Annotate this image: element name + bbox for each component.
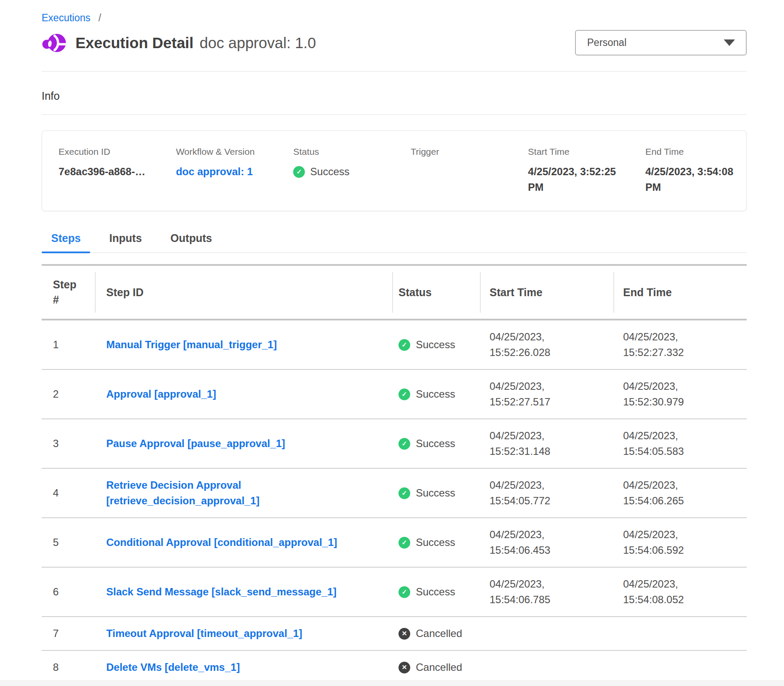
- step-id-link[interactable]: Timeout Approval [timeout_approval_1]: [106, 626, 302, 641]
- step-end-time-cell: [614, 625, 747, 642]
- chevron-down-icon: [724, 39, 735, 46]
- step-end-time-cell: 04/25/2023, 15:54:05.583: [614, 419, 747, 468]
- status-label: Cancelled: [416, 661, 462, 673]
- column-header-start-time: Start Time: [480, 266, 614, 319]
- info-heading: Info: [42, 90, 747, 102]
- status-label: Success: [416, 586, 455, 598]
- step-status-cell: ✓ Success: [392, 528, 480, 557]
- end-time-value: 4/25/2023, 3:54:08 PM: [645, 164, 746, 195]
- title-group: Execution Detail doc approval: 1.0: [42, 33, 316, 53]
- info-field-execution-id: Execution ID 7e8ac396-a868-…: [42, 147, 160, 195]
- step-end-time-cell: [614, 659, 747, 676]
- table-row: 4 Retrieve Decision Approval [retrieve_d…: [42, 469, 747, 518]
- workspace-dropdown[interactable]: Personal: [575, 30, 747, 56]
- steps-table-header: Step # Step ID Status Start Time End Tim…: [42, 264, 747, 320]
- step-id-cell: Delete VMs [delete_vms_1]: [95, 651, 392, 684]
- step-number-cell: 7: [42, 619, 95, 648]
- step-id-cell: Manual Trigger [manual_trigger_1]: [95, 328, 392, 361]
- info-label: End Time: [645, 147, 746, 157]
- step-status-cell: ✓ Success: [392, 478, 480, 508]
- success-icon: ✓: [399, 487, 410, 499]
- step-number-cell: 8: [42, 653, 95, 682]
- step-end-time-cell: 04/25/2023, 15:52:27.332: [614, 320, 747, 369]
- workspace-dropdown-value: Personal: [587, 37, 627, 49]
- title-row: Execution Detail doc approval: 1.0 Perso…: [42, 30, 747, 56]
- cancelled-icon: ✕: [399, 662, 410, 673]
- step-status-cell: ✕ Cancelled: [392, 653, 480, 682]
- workflow-brand-icon: [42, 33, 67, 53]
- step-start-time-cell: [480, 625, 614, 642]
- steps-table-body: 1 Manual Trigger [manual_trigger_1] ✓ Su…: [42, 320, 747, 685]
- success-icon: ✓: [293, 166, 305, 178]
- info-label: Workflow & Version: [176, 147, 277, 157]
- step-status-cell: ✓ Success: [392, 429, 480, 458]
- success-icon: ✓: [399, 537, 410, 549]
- tab-outputs[interactable]: Outputs: [161, 232, 222, 252]
- tab-steps[interactable]: Steps: [42, 232, 90, 252]
- status-label: Success: [416, 438, 455, 450]
- info-label: Status: [293, 147, 394, 157]
- step-id-cell: Pause Approval [pause_approval_1]: [95, 427, 392, 460]
- info-field-workflow-version: Workflow & Version doc approval: 1: [160, 147, 277, 195]
- step-id-link[interactable]: Approval [approval_1]: [106, 386, 216, 402]
- table-row: 3 Pause Approval [pause_approval_1] ✓ Su…: [42, 419, 747, 469]
- breadcrumb-executions-link[interactable]: Executions: [42, 12, 91, 23]
- step-number-cell: 4: [42, 478, 95, 508]
- step-id-link[interactable]: Pause Approval [pause_approval_1]: [106, 436, 285, 451]
- step-start-time-cell: [480, 659, 614, 676]
- execution-detail-page: Executions / Execution Detail doc approv…: [0, 0, 784, 686]
- column-header-step-id: Step ID: [95, 266, 392, 319]
- step-start-time-cell: 04/25/2023, 15:52:26.028: [480, 320, 614, 369]
- step-id-cell: Timeout Approval [timeout_approval_1]: [95, 617, 392, 650]
- table-row: 6 Slack Send Message [slack_send_message…: [42, 568, 747, 617]
- page-title: Execution Detail: [75, 34, 193, 52]
- status-label: Success: [416, 388, 455, 400]
- status-label: Success: [416, 487, 455, 499]
- step-status-cell: ✓ Success: [392, 379, 480, 409]
- steps-table: Step # Step ID Status Start Time End Tim…: [42, 264, 747, 685]
- success-icon: ✓: [399, 586, 410, 598]
- status-label: Cancelled: [416, 627, 462, 640]
- cancelled-icon: ✕: [399, 628, 410, 640]
- step-number-cell: 1: [42, 330, 95, 359]
- start-time-value: 4/25/2023, 3:52:25 PM: [528, 164, 629, 195]
- info-field-start-time: Start Time 4/25/2023, 3:52:25 PM: [512, 147, 629, 195]
- execution-status-label: Success: [310, 164, 350, 180]
- step-id-cell: Conditional Approval [conditional_approv…: [95, 526, 392, 559]
- step-start-time-cell: 04/25/2023, 15:54:06.785: [480, 568, 614, 616]
- step-id-link[interactable]: Delete VMs [delete_vms_1]: [106, 660, 240, 675]
- table-row: 5 Conditional Approval [conditional_appr…: [42, 518, 747, 568]
- success-icon: ✓: [399, 339, 410, 351]
- step-status-cell: ✓ Success: [392, 330, 480, 359]
- step-end-time-cell: 04/25/2023, 15:54:06.592: [614, 518, 747, 567]
- step-start-time-cell: 04/25/2023, 15:52:31.148: [480, 419, 614, 468]
- step-end-time-cell: 04/25/2023, 15:54:08.052: [614, 568, 747, 616]
- breadcrumb-separator: /: [98, 12, 101, 23]
- info-card: Execution ID 7e8ac396-a868-… Workflow & …: [42, 131, 747, 211]
- step-end-time-cell: 04/25/2023, 15:54:06.265: [614, 469, 747, 517]
- tab-inputs[interactable]: Inputs: [100, 232, 151, 252]
- step-start-time-cell: 04/25/2023, 15:52:27.517: [480, 370, 614, 418]
- step-id-link[interactable]: Slack Send Message [slack_send_message_1…: [106, 584, 336, 600]
- column-header-step-num: Step #: [42, 266, 95, 319]
- step-number-cell: 3: [42, 429, 95, 458]
- column-header-end-time: End Time: [614, 266, 747, 319]
- table-row: 7 Timeout Approval [timeout_approval_1] …: [42, 617, 747, 651]
- workflow-version-link[interactable]: doc approval: 1: [176, 164, 277, 180]
- step-id-cell: Retrieve Decision Approval [retrieve_dec…: [95, 469, 392, 517]
- step-id-link[interactable]: Retrieve Decision Approval [retrieve_dec…: [106, 477, 375, 509]
- execution-id-value: 7e8ac396-a868-…: [59, 164, 159, 180]
- status-label: Success: [416, 536, 455, 549]
- success-icon: ✓: [399, 389, 410, 400]
- success-icon: ✓: [399, 438, 410, 450]
- info-field-end-time: End Time 4/25/2023, 3:54:08 PM: [629, 147, 746, 195]
- step-id-link[interactable]: Manual Trigger [manual_trigger_1]: [106, 337, 277, 353]
- step-number-cell: 5: [42, 528, 95, 557]
- page-subtitle: doc approval: 1.0: [199, 34, 316, 52]
- info-field-status: Status ✓ Success: [277, 147, 394, 195]
- header-divider: [42, 71, 747, 72]
- step-id-link[interactable]: Conditional Approval [conditional_approv…: [106, 535, 337, 550]
- step-id-cell: Approval [approval_1]: [95, 378, 392, 411]
- step-number-cell: 2: [42, 379, 95, 409]
- breadcrumb: Executions /: [42, 0, 747, 24]
